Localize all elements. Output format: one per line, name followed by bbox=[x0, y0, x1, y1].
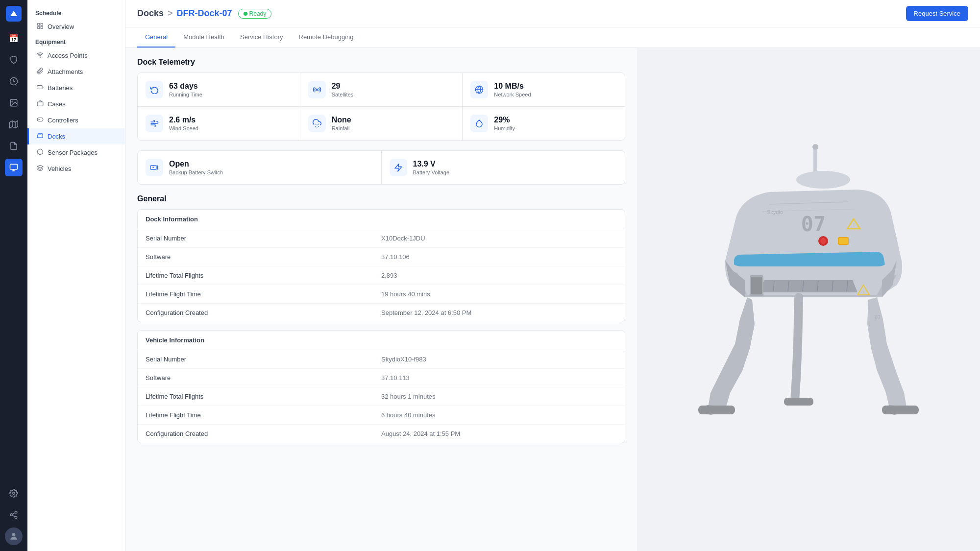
dock-config-created-key: Configuration Created bbox=[146, 309, 381, 316]
svg-rect-17 bbox=[41, 24, 43, 25]
tab-general[interactable]: General bbox=[137, 27, 175, 48]
vehicle-flight-time-key: Lifetime Flight Time bbox=[146, 411, 381, 419]
rainfall-label: Rainfall bbox=[332, 125, 351, 131]
svg-point-39 bbox=[796, 171, 850, 189]
satellites-label: Satellites bbox=[332, 92, 354, 97]
dock-software-key: Software bbox=[146, 253, 381, 261]
vehicle-software-key: Software bbox=[146, 374, 381, 382]
svg-line-14 bbox=[12, 513, 15, 514]
dock-software-row: Software 37.10.106 bbox=[138, 248, 625, 266]
sidebar-item-docks[interactable]: Docks bbox=[27, 128, 125, 144]
shield-rail-icon[interactable] bbox=[5, 51, 23, 69]
vehicle-lifetime-flights-val: 32 hours 1 minutes bbox=[381, 393, 617, 400]
svg-rect-16 bbox=[38, 24, 40, 25]
vehicle-software-val: 37.10.113 bbox=[381, 374, 617, 382]
avatar[interactable] bbox=[5, 527, 23, 545]
dock-serial-row: Serial Number X10Dock-1JDU bbox=[138, 229, 625, 248]
sidebar-item-overview[interactable]: Overview bbox=[27, 19, 125, 35]
battery-voltage-value: 13.9 V bbox=[413, 160, 450, 168]
sidebar-item-controllers[interactable]: Controllers bbox=[27, 112, 125, 128]
access-points-icon bbox=[37, 51, 44, 60]
running-time-icon bbox=[146, 81, 163, 98]
dock-software-val: 37.10.106 bbox=[381, 253, 617, 261]
breadcrumb-current: DFR-Dock-07 bbox=[177, 8, 232, 19]
map-rail-icon[interactable] bbox=[5, 116, 23, 133]
satellites-icon bbox=[308, 81, 326, 98]
svg-rect-51 bbox=[839, 238, 848, 244]
running-time-value: 63 days bbox=[169, 82, 202, 91]
drone-visualization-panel: 07 ! bbox=[637, 48, 980, 551]
svg-point-38 bbox=[812, 144, 818, 150]
telemetry-humidity: 29% Humidity bbox=[463, 107, 625, 140]
docks-rail-icon[interactable] bbox=[5, 159, 23, 176]
sensor-packages-icon bbox=[37, 148, 44, 157]
request-service-button[interactable]: Request Service bbox=[906, 6, 968, 21]
sidebar-item-batteries[interactable]: Batteries bbox=[27, 80, 125, 96]
dock-info-header: Dock Information bbox=[138, 210, 625, 229]
dock-lifetime-flights-row: Lifetime Total Flights 2,893 bbox=[138, 266, 625, 285]
telemetry-satellites: 29 Satellites bbox=[300, 73, 463, 106]
sidebar-item-access-points[interactable]: Access Points bbox=[27, 48, 125, 64]
breadcrumb-root: Docks bbox=[137, 8, 164, 19]
dock-lifetime-flights-val: 2,893 bbox=[381, 272, 617, 279]
svg-point-49 bbox=[820, 238, 826, 244]
access-points-label: Access Points bbox=[48, 52, 88, 59]
vehicles-label: Vehicles bbox=[48, 165, 71, 172]
history-rail-icon[interactable] bbox=[5, 72, 23, 90]
telemetry-wind-speed: 2.6 m/s Wind Speed bbox=[138, 107, 300, 140]
overview-label: Overview bbox=[48, 23, 74, 30]
svg-rect-54 bbox=[784, 398, 813, 406]
svg-rect-19 bbox=[38, 26, 40, 28]
vehicle-info-header: Vehicle Information bbox=[138, 331, 625, 350]
tab-remote-debugging[interactable]: Remote Debugging bbox=[291, 27, 362, 48]
humidity-value: 29% bbox=[494, 116, 515, 124]
svg-point-10 bbox=[15, 511, 17, 514]
backup-battery-value: Open bbox=[169, 160, 223, 168]
svg-point-11 bbox=[10, 514, 13, 516]
svg-point-12 bbox=[15, 516, 17, 519]
icon-rail: 📅 bbox=[0, 0, 27, 551]
share-icon[interactable] bbox=[5, 506, 23, 524]
vehicle-config-created-row: Configuration Created August 24, 2024 at… bbox=[138, 425, 625, 443]
settings-icon[interactable] bbox=[5, 484, 23, 502]
rainfall-value: None bbox=[332, 116, 351, 124]
controllers-icon bbox=[37, 116, 44, 124]
dock-flight-time-key: Lifetime Flight Time bbox=[146, 290, 381, 298]
schedule-section: Schedule bbox=[27, 6, 125, 19]
dock-flight-time-row: Lifetime Flight Time 19 hours 40 mins bbox=[138, 285, 625, 304]
wind-speed-value: 2.6 m/s bbox=[169, 116, 198, 124]
svg-rect-57 bbox=[751, 277, 762, 294]
dock-config-created-row: Configuration Created September 12, 2024… bbox=[138, 304, 625, 322]
vehicle-flight-time-row: Lifetime Flight Time 6 hours 40 minutes bbox=[138, 406, 625, 425]
vehicle-config-created-key: Configuration Created bbox=[146, 430, 381, 437]
overview-icon bbox=[37, 23, 44, 31]
battery-voltage-label: Battery Voltage bbox=[413, 169, 450, 175]
docks-label: Docks bbox=[48, 133, 65, 140]
attachments-icon bbox=[37, 68, 44, 76]
tab-module-health[interactable]: Module Health bbox=[175, 27, 232, 48]
vehicle-serial-row: Serial Number SkydioX10-f983 bbox=[138, 350, 625, 369]
sidebar-item-attachments[interactable]: Attachments bbox=[27, 64, 125, 80]
document-rail-icon[interactable] bbox=[5, 137, 23, 155]
sidebar-item-vehicles[interactable]: Vehicles bbox=[27, 161, 125, 177]
schedule-rail-icon[interactable]: 📅 bbox=[5, 29, 23, 47]
status-badge: Ready bbox=[238, 9, 272, 19]
content-area: Dock Telemetry 63 days Running Time bbox=[125, 48, 980, 551]
app-logo[interactable] bbox=[6, 6, 22, 22]
drone-3d-image: 07 ! bbox=[671, 133, 946, 466]
svg-point-2 bbox=[12, 101, 13, 102]
dock-serial-key: Serial Number bbox=[146, 235, 381, 242]
sidebar-item-cases[interactable]: Cases bbox=[27, 96, 125, 112]
cases-label: Cases bbox=[48, 100, 66, 108]
sidebar-item-sensor-packages[interactable]: Sensor Packages bbox=[27, 144, 125, 161]
wind-speed-icon bbox=[146, 115, 163, 132]
docks-icon bbox=[37, 132, 44, 141]
svg-rect-6 bbox=[10, 164, 18, 169]
telemetry-grid: 63 days Running Time 29 Satellites bbox=[137, 72, 625, 141]
tab-service-history[interactable]: Service History bbox=[232, 27, 291, 48]
image-rail-icon[interactable] bbox=[5, 94, 23, 112]
vehicles-icon bbox=[37, 165, 44, 173]
svg-marker-3 bbox=[10, 121, 18, 128]
telemetry-bottom-row: Open Backup Battery Switch 13.9 V Batter… bbox=[137, 150, 625, 185]
attachments-label: Attachments bbox=[48, 68, 83, 75]
